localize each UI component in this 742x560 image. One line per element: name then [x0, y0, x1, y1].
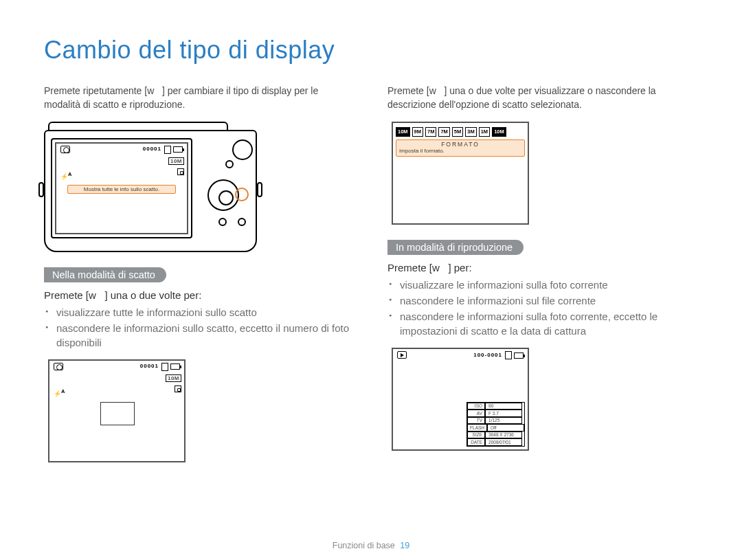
format-option: 7M	[438, 127, 449, 137]
table-row: TV1/125	[467, 417, 524, 424]
info-key: SIZE	[467, 432, 485, 438]
battery-icon	[173, 146, 183, 153]
tooltip-title: FORMATO	[399, 142, 521, 148]
card-icon	[161, 363, 168, 371]
table-row: AVF 3.7	[467, 410, 524, 416]
list-item: nascondere le informazioni sulla foto co…	[400, 309, 698, 338]
shot-counter: 00001	[143, 146, 161, 154]
content-columns: Premete ripetutamente [w ] per cambiare …	[44, 84, 698, 462]
lead-left: Premete [w ] una o due volte per:	[44, 289, 355, 301]
battery-icon	[514, 352, 524, 359]
footer-label: Funzioni di base	[333, 541, 395, 550]
metering-icon	[175, 385, 181, 392]
info-key: TV	[467, 417, 485, 424]
info-value: 1/125	[485, 417, 522, 424]
info-value: Off	[487, 424, 524, 431]
table-row: SIZE3648 X 2736	[467, 432, 524, 438]
preview-lcd: 00001 10M ⚡A	[48, 359, 186, 462]
info-value: F 3.7	[485, 410, 522, 416]
format-option: 9M	[412, 127, 423, 137]
metering-icon	[177, 168, 184, 175]
manual-page: Cambio del tipo di display Premete ripet…	[0, 0, 742, 560]
card-icon	[505, 351, 512, 359]
table-row: DATE2008/07/01	[467, 438, 524, 445]
card-icon	[164, 146, 171, 154]
page-footer: Funzioni di base 19	[0, 541, 742, 550]
info-key: AV	[467, 410, 485, 416]
format-option: 10M	[492, 127, 506, 137]
info-value: 3648 X 2736	[485, 432, 522, 438]
format-menu-lcd: 10M9M7M7M5M3M1M10M FORMATO Imposta il fo…	[392, 122, 529, 225]
info-key: ISO	[467, 403, 485, 410]
section-header-shooting: Nella modalità di scatto	[44, 267, 166, 282]
camera-back-illustration: 00001 10M ⚡A Mostra tutte le info sullo …	[44, 122, 257, 252]
intro-text-left: Premete ripetutamente [w ] per cambiare …	[44, 84, 355, 112]
list-item: visualizzare le informazioni sulla foto …	[400, 278, 698, 292]
af-frame	[100, 402, 135, 425]
flash-auto-icon: ⚡A	[54, 388, 65, 397]
format-option: 5M	[452, 127, 463, 137]
lead-right: Premete [w ] per:	[387, 262, 698, 273]
info-value: 80	[485, 403, 522, 410]
page-title: Cambio del tipo di display	[44, 36, 698, 65]
camera-lcd: 00001 10M ⚡A Mostra tutte le info sullo …	[55, 142, 188, 234]
info-value: 2008/07/01	[485, 438, 522, 445]
format-option: 7M	[425, 127, 436, 137]
page-number: 19	[400, 541, 409, 550]
play-mode-icon	[397, 351, 407, 359]
battery-icon	[170, 363, 180, 370]
section-header-playback: In modalità di riproduzione	[387, 240, 524, 255]
bullet-list-right: visualizzare le informazioni sulla foto …	[387, 278, 698, 338]
list-item: nascondere le informazioni sullo scatto,…	[56, 321, 355, 350]
info-key: DATE	[467, 438, 485, 445]
format-option: 10M	[396, 127, 410, 137]
table-row: ISO80	[467, 403, 524, 410]
left-column: Premete ripetutamente [w ] per cambiare …	[44, 84, 355, 462]
resolution-tag: 10M	[166, 374, 181, 382]
camera-mode-icon	[54, 363, 63, 370]
table-row: FLASHOff	[467, 424, 524, 431]
list-item: visualizzare tutte le informazioni sullo…	[56, 305, 355, 320]
camera-mode-icon	[60, 146, 70, 153]
resolution-tag: 10M	[168, 157, 184, 165]
list-item: nascondere le informazioni sul file corr…	[400, 293, 698, 308]
format-option-row: 10M9M7M7M5M3M1M10M	[396, 127, 525, 137]
dpad-icon	[207, 179, 239, 211]
lcd-tooltip: Mostra tutte le info sullo scatto.	[67, 185, 176, 194]
format-option: 1M	[479, 127, 490, 137]
intro-text-right: Premete [w ] una o due volte per visuali…	[387, 84, 698, 112]
format-tooltip: FORMATO Imposta il formato.	[396, 139, 525, 157]
tooltip-text: Imposta il formato.	[399, 148, 521, 155]
flash-auto-icon: ⚡A	[60, 171, 71, 180]
format-option: 3M	[465, 127, 476, 137]
exif-info-table: ISO80AVF 3.7TV1/125FLASHOffSIZE3648 X 27…	[466, 402, 525, 447]
right-column: Premete [w ] una o due volte per visuali…	[387, 84, 698, 462]
shot-counter: 00001	[140, 363, 159, 371]
file-counter: 100-0001	[473, 352, 502, 358]
playback-lcd: 100-0001 ISO80AVF 3.7TV1/125FLASHOffSIZE…	[392, 348, 529, 451]
bullet-list-left: visualizzare tutte le informazioni sullo…	[44, 305, 355, 350]
info-key: FLASH	[467, 424, 487, 431]
